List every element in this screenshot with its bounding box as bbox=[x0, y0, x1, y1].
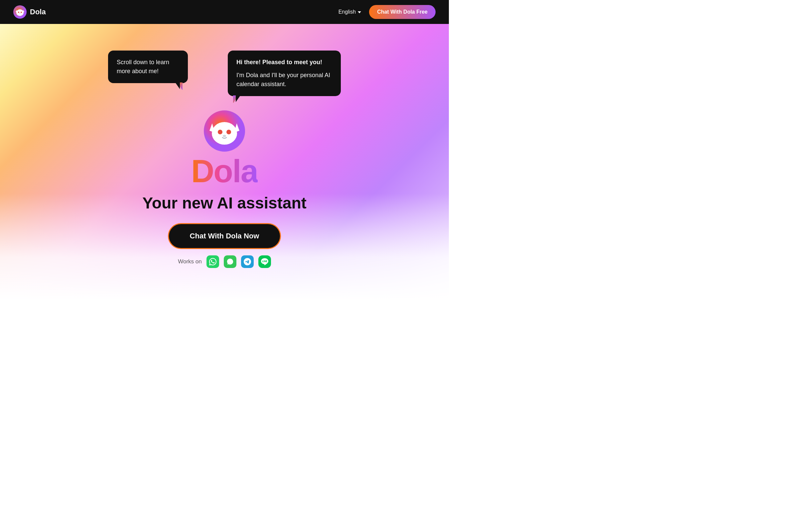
main-cta-button[interactable]: Chat With Dola Now bbox=[169, 224, 280, 248]
platform-telegram-icon[interactable] bbox=[241, 255, 254, 268]
logo-text: Dola bbox=[30, 8, 46, 16]
svg-point-5 bbox=[21, 12, 22, 13]
platform-whatsapp-icon[interactable] bbox=[207, 255, 219, 268]
works-on-row: Works on bbox=[178, 255, 271, 268]
hero-tagline: Your new AI assistant bbox=[142, 194, 306, 212]
logo-icon bbox=[13, 5, 26, 19]
works-on-label: Works on bbox=[178, 258, 202, 265]
hero-section: Scroll down to learn more about me! Hi t… bbox=[0, 24, 449, 300]
dola-logo-container: Dola bbox=[191, 109, 258, 187]
speech-bubble-left: Scroll down to learn more about me! bbox=[108, 51, 188, 83]
platform-imessage-icon[interactable] bbox=[224, 255, 236, 268]
nav-right: English Chat With Dola Free bbox=[339, 5, 436, 19]
svg-point-1 bbox=[16, 9, 24, 16]
bubbles-row: Scroll down to learn more about me! Hi t… bbox=[41, 51, 407, 96]
dola-mascot-icon bbox=[203, 109, 246, 153]
language-selector[interactable]: English bbox=[339, 9, 361, 15]
svg-point-4 bbox=[18, 12, 19, 13]
svg-point-6 bbox=[20, 13, 21, 14]
bubble-right-line1: Hi there! Pleased to meet you! bbox=[236, 58, 332, 67]
language-label: English bbox=[339, 9, 356, 15]
logo[interactable]: Dola bbox=[13, 5, 46, 19]
hero-inner: Scroll down to learn more about me! Hi t… bbox=[0, 24, 449, 268]
bubble-left-text: Scroll down to learn more about me! bbox=[117, 59, 169, 75]
svg-point-12 bbox=[226, 130, 231, 134]
svg-point-8 bbox=[212, 122, 237, 145]
nav-cta-button[interactable]: Chat With Dola Free bbox=[369, 5, 436, 19]
platform-line-icon[interactable] bbox=[258, 255, 271, 268]
speech-bubble-right: Hi there! Pleased to meet you! I'm Dola … bbox=[228, 51, 341, 96]
bubble-right-tail-accent bbox=[233, 95, 239, 103]
bubble-left-tail-accent bbox=[177, 82, 183, 91]
svg-point-13 bbox=[223, 135, 226, 137]
bubble-right-line2: I'm Dola and I'll be your personal AI ca… bbox=[236, 71, 332, 89]
navbar: Dola English Chat With Dola Free bbox=[0, 0, 449, 24]
svg-point-11 bbox=[218, 130, 223, 134]
chevron-down-icon bbox=[358, 11, 361, 13]
dola-wordmark: Dola bbox=[191, 155, 258, 187]
